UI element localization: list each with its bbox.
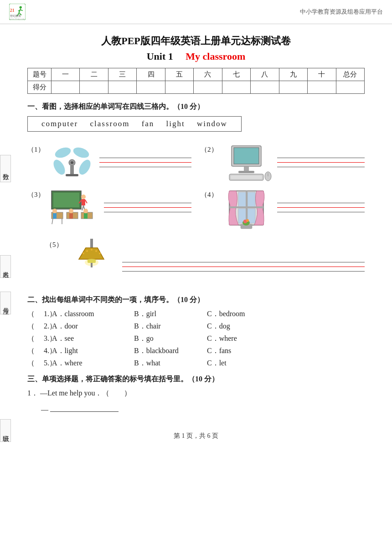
- item-number-3: （3）: [27, 190, 45, 199]
- blank-3: （ ）: [27, 334, 44, 344]
- score-7[interactable]: [222, 81, 250, 94]
- unit-title: Unit 1 My classroom: [27, 51, 365, 62]
- cell-3: 三: [108, 68, 136, 81]
- score-3[interactable]: [108, 81, 136, 94]
- svg-rect-61: [91, 263, 93, 267]
- cell-8: 八: [251, 68, 279, 81]
- svg-rect-21: [234, 148, 259, 164]
- item-write-lines-2: [277, 144, 365, 167]
- page-title: 人教PEP版四年级英语上册单元达标测试卷: [27, 34, 365, 48]
- score-table-header-row: 题号 一 二 三 四 五 六 七 八 九 十 总分: [28, 68, 365, 81]
- svg-rect-53: [229, 206, 263, 208]
- write-line-top-4: [277, 202, 365, 203]
- item5-a: A．where: [52, 359, 134, 368]
- item4-b: B．blackboard: [134, 346, 207, 356]
- header-tagline: 中小学教育资源及组卷应用平台: [300, 8, 383, 16]
- write-line-mid-5: [122, 266, 365, 267]
- word-computer: computer: [41, 119, 78, 128]
- item3-b: B．go: [134, 334, 207, 344]
- main-content: 人教PEP版四年级英语上册单元达标测试卷 Unit 1 My classroom…: [0, 24, 392, 423]
- item-number-2: （2）: [201, 145, 218, 154]
- score-total[interactable]: [336, 81, 364, 94]
- cell-4: 四: [137, 68, 165, 81]
- write-line-mid-4: [277, 207, 365, 208]
- section2-item-2: （ ） 2. A．door B．chair C．dog: [27, 322, 365, 331]
- svg-point-15: [77, 158, 93, 176]
- write-line-top-1: [99, 157, 192, 158]
- score-10[interactable]: [308, 81, 336, 94]
- unit-number: Unit 1: [147, 51, 173, 62]
- item3-num: 3.: [44, 334, 49, 343]
- write-line-bot-1: [99, 166, 192, 167]
- cell-defen: 得分: [28, 81, 52, 94]
- svg-rect-23: [238, 171, 254, 173]
- write-line-bot-4: [277, 211, 365, 212]
- write-line-mid-1: [99, 162, 192, 163]
- cell-7: 七: [222, 68, 250, 81]
- svg-rect-31: [82, 199, 85, 205]
- svg-rect-29: [53, 193, 79, 207]
- section3-answer-line: [50, 411, 119, 412]
- score-1[interactable]: [52, 81, 80, 94]
- section3-title: 三、单项选择题，将正确答案的标号填在括号里。（10 分）: [27, 374, 365, 384]
- svg-rect-19: [66, 174, 78, 176]
- section3-item1-question: —Let me help you．（ ）: [40, 389, 131, 397]
- svg-point-62: [83, 252, 84, 254]
- svg-text:世纪教育: 世纪教育: [10, 14, 21, 17]
- svg-point-12: [53, 145, 72, 159]
- section3-dash: —: [41, 405, 48, 414]
- score-2[interactable]: [80, 81, 108, 94]
- svg-line-33: [85, 200, 87, 203]
- svg-rect-22: [244, 166, 249, 171]
- svg-rect-25: [231, 175, 262, 179]
- cell-2: 二: [80, 68, 108, 81]
- write-line-mid-3: [104, 207, 192, 208]
- item3-a: A．see: [52, 334, 134, 344]
- word-box: computer classroom fan light window: [27, 116, 242, 132]
- section3-item1-num: 1．: [27, 389, 38, 397]
- score-5[interactable]: [165, 81, 193, 94]
- item1-b: B．girl: [134, 309, 207, 319]
- score-4[interactable]: [137, 81, 165, 94]
- item2-b: B．chair: [134, 322, 207, 331]
- score-6[interactable]: [194, 81, 222, 94]
- write-line-bot-2: [277, 166, 365, 167]
- page-header: 21 世纪教育 www.21cnjy.com 中小学教育资源及组卷应用平台: [0, 0, 392, 24]
- exercise-item-5: （5）: [46, 239, 365, 286]
- item-number-5: （5）: [46, 241, 63, 249]
- svg-point-2: [20, 6, 22, 8]
- blank-5: （ ）: [27, 359, 44, 368]
- item-write-lines-5: [122, 239, 365, 272]
- exercise-grid: （1）: [27, 144, 365, 231]
- exercise-item-4: （4）: [201, 189, 365, 231]
- svg-point-65: [95, 250, 97, 252]
- score-8[interactable]: [251, 81, 279, 94]
- svg-line-45: [52, 219, 53, 224]
- blank-4: （ ）: [27, 346, 44, 356]
- blank-1: （ ）: [27, 309, 44, 319]
- svg-point-30: [81, 195, 86, 199]
- item4-c: C．fans: [207, 346, 271, 356]
- item-image-lamp: [67, 239, 118, 286]
- section1-title: 一、看图，选择相应的单词写在四线三格内。（10 分）: [27, 102, 365, 112]
- section3-answer-area: —: [41, 405, 365, 414]
- side-label-score: 分数: [0, 155, 11, 182]
- item-write-lines-1: [99, 144, 192, 167]
- svg-point-57: [246, 219, 249, 222]
- write-line-top-5: [122, 262, 365, 262]
- page-footer: 第 1 页，共 6 页: [0, 432, 392, 445]
- item-image-window: [222, 189, 273, 231]
- footer-text: 第 1 页，共 6 页: [174, 432, 218, 439]
- blank-2: （ ）: [27, 322, 44, 331]
- cell-9: 九: [279, 68, 307, 81]
- item1-num: 1.: [44, 310, 49, 318]
- svg-text:www.21cnjy.com: www.21cnjy.com: [10, 18, 25, 20]
- svg-rect-41: [69, 213, 73, 219]
- cell-tihao: 题号: [28, 68, 52, 81]
- cell-5: 五: [165, 68, 193, 81]
- cell-total: 总分: [336, 68, 364, 81]
- score-9[interactable]: [279, 81, 307, 94]
- item1-a: A．classroom: [52, 309, 134, 319]
- item-number-4: （4）: [201, 190, 218, 199]
- write-line-top-2: [277, 157, 365, 158]
